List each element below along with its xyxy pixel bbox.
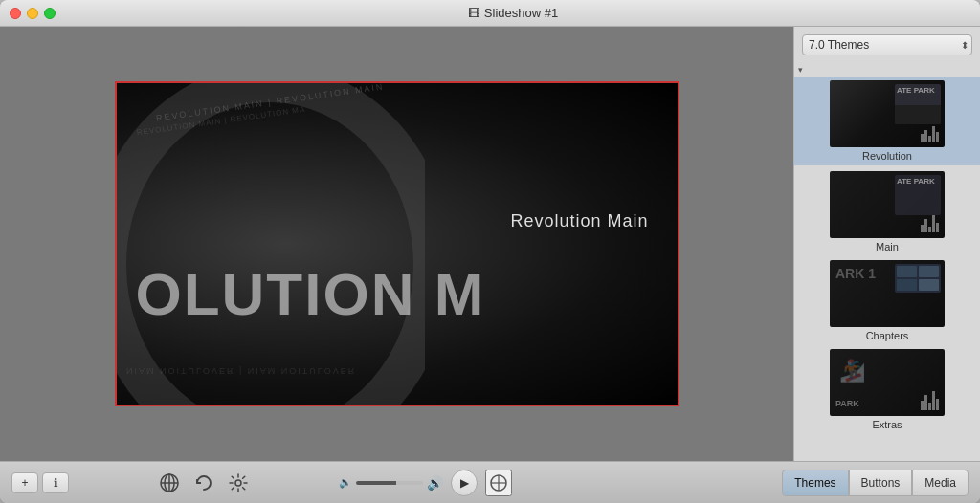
svg-point-4: [235, 480, 241, 486]
app-window: 🎞 Slideshow #1 REVOLUTION MAIN | REVOLUT…: [0, 0, 980, 503]
tab-themes[interactable]: Themes: [782, 470, 848, 496]
bottom-toolbar: + ℹ: [0, 461, 980, 503]
theme-label-main: Main: [876, 241, 899, 252]
fullscreen-button[interactable]: [485, 470, 512, 496]
maximize-button[interactable]: [44, 8, 56, 19]
volume-max-icon: 🔊: [427, 475, 443, 491]
title-icon: 🎞: [468, 7, 479, 20]
window-title: 🎞 Slideshow #1: [56, 6, 970, 20]
theme-thumbnail-chapters: ARK 1: [830, 260, 945, 327]
chevron-down-icon: ▾: [798, 65, 808, 75]
tab-media[interactable]: Media: [912, 470, 969, 496]
thumb-bars-revolution: [921, 126, 939, 142]
theme-group-header: ▾: [794, 63, 980, 77]
themes-list[interactable]: ▾ ATE PARK: [794, 59, 980, 461]
add-button[interactable]: +: [11, 472, 38, 493]
settings-icon: [228, 472, 249, 493]
slide-revolution-main-label: Revolution Main: [510, 211, 648, 231]
theme-item-revolution[interactable]: ATE PARK Revolution: [794, 77, 980, 165]
close-button[interactable]: [10, 8, 21, 19]
network-icon: [159, 472, 180, 493]
volume-area: 🔈 🔊: [339, 475, 443, 491]
theme-label-extras: Extras: [872, 419, 902, 430]
refresh-icon: [193, 472, 214, 493]
theme-thumbnail-extras: PARK 🏂: [830, 349, 945, 416]
thumb-bars-main: [921, 215, 939, 232]
theme-label-revolution: Revolution: [862, 150, 912, 162]
right-panel: 7.0 Themes Classic Themes Modern Themes …: [793, 27, 980, 461]
volume-min-icon: 🔈: [339, 476, 352, 489]
traffic-lights: [10, 8, 56, 19]
main-content: REVOLUTION MAIN | REVOLUTION MAIN REVOLU…: [0, 27, 980, 461]
theme-group-revolution: ▾ ATE PARK: [794, 61, 980, 167]
toolbar-center: [69, 470, 339, 496]
toolbar-left: + ℹ: [11, 472, 69, 493]
slide-mirror-text: NIAM NOITULOVER | NIAM NOITULOVER: [126, 366, 356, 376]
titlebar: 🎞 Slideshow #1: [0, 0, 980, 27]
theme-thumbnail-main: ATE PARK: [830, 171, 945, 238]
slideshow-preview: REVOLUTION MAIN | REVOLUTION MAIN REVOLU…: [115, 81, 679, 406]
title-label: Slideshow #1: [484, 6, 558, 20]
themes-select-wrapper[interactable]: 7.0 Themes Classic Themes Modern Themes …: [802, 34, 972, 55]
preview-area: REVOLUTION MAIN | REVOLUTION MAIN REVOLU…: [0, 27, 793, 461]
volume-slider[interactable]: [356, 481, 423, 485]
themes-select[interactable]: 7.0 Themes Classic Themes Modern Themes: [802, 34, 972, 55]
play-button[interactable]: ▶: [451, 470, 478, 496]
theme-item-chapters[interactable]: ARK 1 Chapters: [794, 256, 980, 345]
refresh-icon-button[interactable]: [190, 470, 217, 496]
fullscreen-icon: [489, 473, 508, 492]
minimize-button[interactable]: [27, 8, 38, 19]
theme-label-chapters: Chapters: [866, 330, 909, 341]
info-button[interactable]: ℹ: [42, 472, 69, 493]
themes-dropdown-area: 7.0 Themes Classic Themes Modern Themes …: [794, 27, 980, 59]
slide-main-text: OLUTION M: [136, 260, 486, 328]
network-icon-button[interactable]: [156, 470, 183, 496]
bottom-right-tabs: Themes Buttons Media: [782, 470, 969, 496]
slide-diagonal-text: REVOLUTION MAIN | REVOLUTION MAIN REVOLU…: [117, 83, 678, 405]
thumb-bars-extras: [921, 391, 939, 410]
tab-buttons[interactable]: Buttons: [849, 470, 913, 496]
theme-thumbnail-revolution: ATE PARK: [830, 80, 945, 147]
settings-icon-button[interactable]: [225, 470, 252, 496]
theme-item-main[interactable]: ATE PARK Main: [794, 167, 980, 256]
theme-item-extras[interactable]: PARK 🏂 Extras: [794, 345, 980, 434]
